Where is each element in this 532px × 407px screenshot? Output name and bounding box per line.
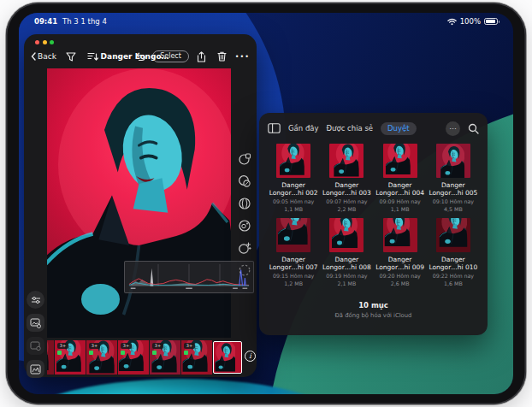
back-label: Back (38, 52, 56, 61)
dashed-circle-repair-icon (238, 263, 251, 277)
color-tool-button[interactable] (237, 218, 252, 233)
status-date: Th 3 1 thg 4 (62, 17, 107, 26)
image-circle-icon (30, 341, 41, 351)
file-size: 1,6 MB (444, 280, 463, 286)
filmstrip-thumb-selected[interactable] (213, 341, 242, 374)
file-size: 4,5 MB (444, 206, 463, 212)
file-size: 2,1 MB (337, 280, 356, 286)
back-button[interactable]: Back (31, 52, 56, 61)
file-name: DangerLongor…hi 007 (269, 256, 318, 272)
compare-button[interactable] (27, 337, 44, 355)
filters-icon (238, 174, 251, 188)
file-time: 09:22 Hôm nay (433, 273, 474, 279)
edit-count-badge: 3+ (57, 343, 68, 349)
photo-editor-window: Back Danger Longo… (24, 34, 257, 377)
file-time: 09:15 Hôm nay (273, 273, 314, 279)
file-time: 09:05 Hôm nay (273, 198, 314, 204)
file-thumbnail (436, 218, 470, 252)
edited-indicator (121, 351, 125, 355)
crop-rotate-icon (238, 152, 251, 166)
close-window-icon[interactable] (35, 40, 39, 44)
filmstrip[interactable]: 3+ 3+ 3+ 3+ 3+ (47, 340, 244, 375)
filter-button[interactable] (63, 49, 79, 64)
file-size: 2,6 MB (391, 280, 410, 286)
aperture-adjust-icon (238, 197, 251, 210)
sort-lines-icon (87, 52, 98, 62)
more-button[interactable]: ••• (235, 53, 250, 61)
files-header: Gần đây Được chia sẻ Duyệt ⋯ (268, 119, 479, 138)
filmstrip-thumb[interactable] (47, 340, 54, 375)
status-time: 09:41 (34, 17, 57, 26)
document-title: Danger Longo… (101, 52, 169, 61)
filmstrip-thumb[interactable]: 3+ (55, 340, 86, 375)
edited-indicator (152, 351, 157, 355)
zoom-window-icon[interactable] (50, 40, 54, 44)
files-grid: DangerLongor…hi 002 09:05 Hôm nay 1,1 MB… (267, 144, 480, 291)
edited-indicator (184, 351, 188, 355)
file-time: 09:07 Hôm nay (326, 198, 367, 204)
files-browser-panel: Gần đây Được chia sẻ Duyệt ⋯ DangerLongo… (259, 113, 488, 335)
file-thumbnail (383, 144, 417, 178)
file-item[interactable]: DangerLongor…hi 005 09:10 Hôm nay 4,5 MB (427, 144, 480, 216)
edit-count-badge: 3+ (152, 343, 163, 349)
chevron-left-icon (31, 52, 36, 61)
adjust-tool-button[interactable] (237, 196, 252, 211)
file-name: DangerLongor…hi 002 (269, 181, 318, 198)
filmstrip-thumb[interactable]: 3+ (150, 340, 180, 375)
file-name: DangerLongor…hi 009 (375, 256, 424, 272)
histogram-overlay (124, 261, 254, 293)
edit-count-badge: 3+ (89, 343, 100, 349)
file-time: 09:10 Hôm nay (433, 198, 474, 204)
battery-icon (484, 18, 498, 25)
edit-tool-column (237, 151, 252, 278)
sidebar-toggle-icon[interactable] (268, 123, 281, 133)
image-gear-icon (30, 318, 41, 328)
auto-adjust-button[interactable] (27, 291, 44, 309)
trash-icon (217, 51, 227, 62)
export-preset-button[interactable] (27, 314, 44, 332)
item-count: 10 mục (259, 301, 488, 310)
more-options-button[interactable]: ⋯ (446, 121, 460, 136)
file-item[interactable]: DangerLongor…hi 009 09:20 Hôm nay 2,6 MB (374, 218, 427, 291)
file-thumbnail (329, 218, 364, 252)
search-icon[interactable] (468, 123, 479, 134)
file-thumbnail (329, 144, 364, 178)
file-item[interactable]: DangerLongor…hi 003 09:07 Hôm nay 2,2 MB (320, 144, 373, 216)
histogram-toggle-button[interactable] (27, 360, 44, 378)
effects-tool-button[interactable] (237, 240, 252, 256)
ipad-device-frame: 09:41 Th 3 1 thg 4 100% (6, 3, 526, 404)
share-icon (197, 51, 206, 62)
file-item[interactable]: DangerLongor…hi 008 09:19 Hôm nay 2,1 MB (320, 218, 373, 291)
sliders-icon (31, 295, 41, 305)
filters-tool-button[interactable] (237, 174, 252, 189)
file-name: DangerLongor…hi 003 (322, 181, 371, 198)
filmstrip-thumb[interactable]: 3+ (86, 340, 117, 375)
tab-browse[interactable]: Duyệt (381, 122, 417, 135)
file-thumbnail (276, 144, 310, 178)
files-footer: 10 mục Đã đồng bộ hóa với iCloud (259, 301, 488, 319)
share-button[interactable] (194, 49, 210, 64)
histogram-icon (30, 364, 41, 375)
file-item[interactable]: DangerLongor…hi 004 09:09 Hôm nay 1,1 MB (374, 144, 427, 216)
file-time: 09:20 Hôm nay (379, 273, 420, 279)
filmstrip-thumb[interactable]: 3+ (181, 340, 212, 375)
window-controls[interactable] (35, 40, 54, 44)
tab-shared[interactable]: Được chia sẻ (327, 124, 374, 133)
filmstrip-thumb[interactable]: 3+ (118, 340, 149, 375)
edit-count-badge: 3+ (184, 343, 195, 349)
crop-rotate-tool-button[interactable] (237, 151, 252, 167)
file-item[interactable]: DangerLongor…hi 002 09:05 Hôm nay 1,1 MB (267, 144, 320, 216)
repair-tool-button[interactable] (237, 262, 252, 278)
icloud-sync-status: Đã đồng bộ hóa với iCloud (259, 312, 488, 319)
tab-recents[interactable]: Gần đây (288, 124, 319, 133)
file-size: 1,1 MB (391, 206, 410, 212)
minimize-window-icon[interactable] (43, 40, 47, 44)
file-item[interactable]: DangerLongor…hi 010 09:22 Hôm nay 1,6 MB (427, 218, 480, 291)
delete-button[interactable] (215, 49, 230, 64)
info-button[interactable]: i (245, 351, 256, 362)
edited-indicator (89, 351, 93, 355)
photo-canvas[interactable] (47, 68, 231, 338)
effects-sparkle-icon (238, 241, 251, 255)
sort-button[interactable] (86, 49, 101, 64)
file-item[interactable]: DangerLongor…hi 007 09:15 Hôm nay 1,2 MB (267, 218, 320, 291)
